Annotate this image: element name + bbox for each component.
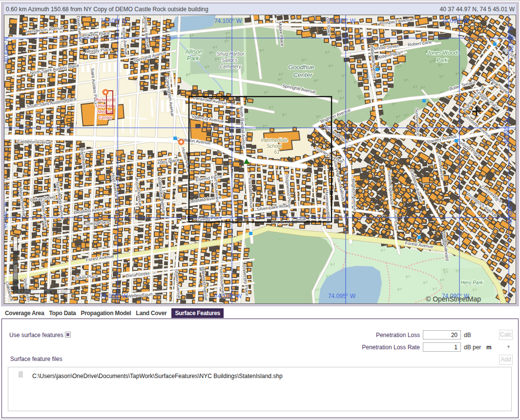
svg-text:School: School [267, 143, 282, 149]
svg-text:74.095° W: 74.095° W [328, 18, 356, 24]
svg-text:Hero Park: Hero Park [460, 280, 483, 285]
svg-text:74.105° W: 74.105° W [100, 293, 128, 300]
svg-text:40.638° N: 40.638° N [508, 26, 515, 52]
svg-text:40.638° N: 40.638° N [4, 37, 10, 63]
svg-text:61: 61 [274, 149, 279, 155]
svg-text:Park: Park [187, 55, 200, 62]
svg-text:Center: Center [293, 71, 312, 79]
svg-text:74.090° W: 74.090° W [442, 18, 470, 24]
svg-text:40.635° N: 40.635° N [503, 118, 510, 144]
svg-text:Jones Woods: Jones Woods [427, 50, 460, 56]
svg-text:40.632° N: 40.632° N [4, 202, 8, 229]
svg-text:Intermediate: Intermediate [261, 138, 288, 143]
svg-text:74.100° W: 74.100° W [214, 293, 242, 300]
svg-text:40.632° N: 40.632° N [507, 198, 514, 224]
svg-text:Goodhue: Goodhue [288, 63, 314, 71]
svg-text:Allison: Allison [185, 48, 203, 55]
svg-text:Park: Park [437, 57, 448, 63]
svg-text:Snug Harbor: Snug Harbor [217, 51, 245, 57]
svg-text:74.100° W: 74.100° W [214, 18, 242, 24]
svg-text:Center: Center [99, 115, 112, 120]
svg-text:© OpenStreetMap: © OpenStreetMap [426, 295, 481, 303]
svg-text:74.095° W: 74.095° W [328, 293, 356, 300]
svg-text:Cemetery: Cemetery [220, 64, 241, 69]
svg-text:Sailor's: Sailor's [222, 58, 237, 63]
svg-text:74.105° W: 74.105° W [100, 18, 128, 24]
